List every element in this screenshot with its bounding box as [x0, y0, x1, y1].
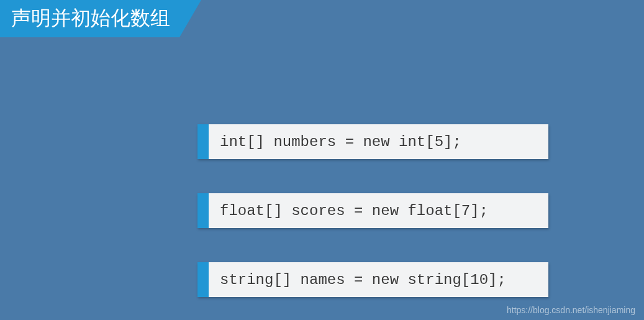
code-block: int[] numbers = new int[5];	[197, 124, 548, 159]
code-accent-bar	[197, 262, 209, 297]
code-accent-bar	[197, 124, 209, 159]
code-block: string[] names = new string[10];	[197, 262, 548, 297]
code-block: float[] scores = new float[7];	[197, 193, 548, 228]
code-examples-container: int[] numbers = new int[5]; float[] scor…	[197, 124, 548, 297]
code-text: string[] names = new string[10];	[209, 262, 548, 297]
slide-title-text: 声明并初始化数组	[11, 7, 170, 29]
watermark-text: https://blog.csdn.net/ishenjiaming	[507, 305, 635, 315]
code-accent-bar	[197, 193, 209, 228]
slide-title: 声明并初始化数组	[0, 0, 201, 37]
code-text: int[] numbers = new int[5];	[209, 124, 548, 159]
code-text: float[] scores = new float[7];	[209, 193, 548, 228]
